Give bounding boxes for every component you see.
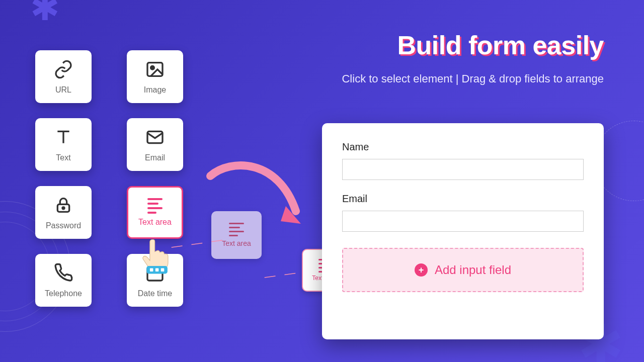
hero-heading: Build form easily Click to select elemen… <box>342 30 604 85</box>
hero-title: Build form easily <box>342 30 604 60</box>
palette-textarea[interactable]: Text area <box>127 186 183 239</box>
palette-label: URL <box>55 85 71 95</box>
ghost-label: Text area <box>222 239 251 247</box>
lock-icon <box>53 195 73 217</box>
field-label-email: Email <box>342 193 584 205</box>
palette-label: Password <box>46 221 81 230</box>
hero-subtitle: Click to select element | Drag & drop fi… <box>342 72 604 85</box>
palette-label: Text <box>56 153 70 162</box>
plus-icon: + <box>415 263 428 277</box>
link-icon <box>53 59 73 81</box>
svg-rect-8 <box>155 268 159 272</box>
palette-password[interactable]: Password <box>35 186 92 239</box>
textarea-icon <box>147 198 163 214</box>
form-preview: Name Email + Add input field <box>322 123 604 339</box>
decoration-asterisk: ✱ <box>30 0 60 29</box>
svg-rect-9 <box>161 268 165 272</box>
name-input[interactable] <box>342 159 584 180</box>
add-field-label: Add input field <box>435 263 511 277</box>
palette-label: Date time <box>138 289 172 298</box>
svg-rect-0 <box>147 62 163 76</box>
palette-telephone[interactable]: Telephone <box>35 254 92 307</box>
cursor-hand-icon <box>139 236 174 277</box>
palette-label: Text area <box>138 218 172 227</box>
image-icon <box>145 59 165 81</box>
text-icon <box>53 127 73 149</box>
svg-point-1 <box>151 66 154 69</box>
textarea-icon <box>229 223 244 236</box>
field-label-name: Name <box>342 141 584 153</box>
svg-rect-7 <box>150 268 153 272</box>
palette-image[interactable]: Image <box>127 50 183 103</box>
phone-icon <box>53 263 73 285</box>
palette-email[interactable]: Email <box>127 118 183 171</box>
email-input[interactable] <box>342 211 584 232</box>
svg-point-4 <box>62 207 64 209</box>
palette-label: Telephone <box>45 289 82 298</box>
palette-url[interactable]: URL <box>35 50 92 103</box>
email-icon <box>145 127 165 149</box>
palette-label: Email <box>145 153 165 162</box>
add-field-dropzone[interactable]: + Add input field <box>342 248 584 292</box>
palette-text[interactable]: Text <box>35 118 92 171</box>
palette-label: Image <box>144 85 166 95</box>
